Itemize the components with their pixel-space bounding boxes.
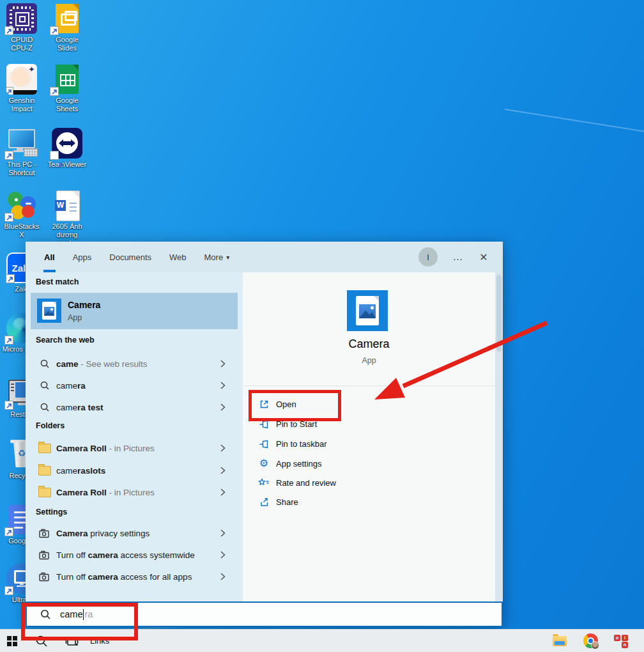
folder-icon <box>38 444 51 453</box>
action-rate-and-review[interactable]: Rate and review <box>243 473 495 492</box>
shortcut-arrow-icon <box>6 87 13 95</box>
system-tray: uin <box>553 633 644 648</box>
chevron-down-icon: ▾ <box>226 254 229 261</box>
tab-documents[interactable]: Documents <box>109 242 152 272</box>
desktop-icon-label: BlueStacks X <box>1 222 42 239</box>
setting-result-row[interactable]: Camera privacy settings <box>26 522 243 544</box>
windows-search-panel: All Apps Documents Web More▾ I … ✕ Best … <box>26 242 503 627</box>
tab-web[interactable]: Web <box>169 242 187 272</box>
gear-icon: ⚙ <box>258 458 270 469</box>
search-icon <box>38 402 51 412</box>
unikey-icon[interactable]: uin <box>613 634 629 648</box>
shortcut-arrow-icon <box>4 151 13 160</box>
word-document-icon: W <box>52 190 82 221</box>
tab-apps[interactable]: Apps <box>72 242 93 272</box>
google-slides-icon <box>52 3 82 34</box>
desktop-icon-label: Google Sheets <box>47 97 88 113</box>
task-view-button[interactable] <box>65 630 79 652</box>
action-pin-to-taskbar[interactable]: Pin to taskbar <box>243 434 495 453</box>
setting-result-row[interactable]: Turn off camera access for all apps <box>26 566 243 587</box>
section-search-the-web: Search the web <box>36 336 95 345</box>
chevron-right-icon[interactable] <box>220 403 226 414</box>
divider <box>243 385 495 386</box>
teamviewer-icon <box>52 128 82 159</box>
user-avatar[interactable]: I <box>418 247 438 267</box>
desktop-icon-label: TeamViewer <box>47 160 88 169</box>
pin-icon <box>258 438 270 449</box>
links-toolbar[interactable]: Links <box>90 630 109 652</box>
search-typed-text: came <box>60 609 82 619</box>
chevron-right-icon[interactable] <box>220 444 226 454</box>
web-suggestion-row[interactable]: came - See web results <box>26 353 243 375</box>
chevron-right-icon[interactable] <box>220 488 226 499</box>
search-panel-header: All Apps Documents Web More▾ I … ✕ <box>26 242 503 272</box>
action-open[interactable]: Open <box>243 394 495 414</box>
shortcut-arrow-icon <box>6 274 15 283</box>
chrome-icon[interactable] <box>583 633 598 648</box>
shortcut-arrow-icon <box>50 26 59 35</box>
folder-result-row[interactable]: Camera Roll - in Pictures <box>26 481 243 503</box>
taskbar-search-button[interactable] <box>35 630 48 652</box>
wallpaper-streak <box>505 109 644 133</box>
best-match-row-camera[interactable]: Camera App <box>31 293 238 329</box>
desktop-icon-label: Google Slides <box>47 36 88 52</box>
desktop-icon-label: Genshin Impact <box>1 97 42 113</box>
action-share[interactable]: Share <box>243 492 495 511</box>
shortcut-arrow-icon <box>50 87 59 96</box>
action-pin-to-start[interactable]: Pin to Start <box>243 414 495 433</box>
search-tabs: All Apps Documents Web More▾ <box>43 242 247 272</box>
search-icon <box>35 635 48 648</box>
camera-app-icon-large <box>347 290 388 331</box>
desktop-icon-google-sheets[interactable]: Google Sheets <box>47 64 88 113</box>
desktop-icon-teamviewer[interactable]: TeamViewer <box>47 128 88 169</box>
desktop-icon-genshin[interactable]: ✦ Genshin Impact <box>1 64 42 113</box>
search-icon <box>40 609 51 620</box>
desktop-icon-label: CPUID CPU-Z <box>1 36 42 52</box>
tab-more[interactable]: More▾ <box>204 242 231 272</box>
action-app-settings[interactable]: ⚙ App settings <box>243 454 495 473</box>
search-icon <box>38 380 51 391</box>
result-detail-pane: Camera App Open Pin to Start Pin to task… <box>243 272 495 602</box>
cpuz-icon <box>6 3 37 34</box>
google-sheets-icon <box>52 64 82 95</box>
shortcut-arrow-icon <box>4 336 13 345</box>
tab-all[interactable]: All <box>43 242 56 272</box>
share-icon <box>258 496 270 508</box>
chevron-right-icon[interactable] <box>220 529 226 539</box>
start-button[interactable] <box>0 630 17 652</box>
folder-result-row[interactable]: Camera Roll - in Pictures <box>26 437 243 459</box>
detail-app-name: Camera <box>243 338 495 351</box>
web-suggestion-row[interactable]: camera test <box>26 396 243 418</box>
setting-result-row[interactable]: Turn off camera access systemwide <box>26 544 243 566</box>
section-settings: Settings <box>36 508 67 516</box>
options-ellipsis-button[interactable]: … <box>448 242 468 272</box>
file-explorer-icon[interactable] <box>553 636 567 646</box>
windows-logo-icon <box>7 636 17 646</box>
search-suggestion-text: ra <box>84 609 93 619</box>
desktop-icon-this-pc[interactable]: This PC - Shortcut <box>1 128 42 177</box>
desktop-icon-cpuz[interactable]: CPUID CPU-Z <box>1 3 42 52</box>
close-button[interactable]: ✕ <box>474 242 493 272</box>
chevron-right-icon[interactable] <box>220 381 226 392</box>
folder-icon <box>38 466 51 476</box>
chevron-right-icon[interactable] <box>220 572 226 583</box>
chevron-right-icon[interactable] <box>220 359 226 370</box>
pin-icon <box>258 418 270 430</box>
camera-app-icon <box>37 299 61 323</box>
web-suggestion-row[interactable]: camera <box>26 375 243 396</box>
chevron-right-icon[interactable] <box>220 550 226 561</box>
genshin-impact-icon: ✦ <box>6 64 37 95</box>
shortcut-arrow-icon <box>50 151 59 160</box>
detail-app-type: App <box>243 356 495 365</box>
scrollbar[interactable] <box>495 272 503 602</box>
folder-result-row[interactable]: cameraslots <box>26 460 243 481</box>
folder-icon <box>38 488 51 497</box>
desktop-icon-word-doc[interactable]: W 2605 Ảnh dương med... <box>47 190 88 247</box>
search-icon <box>38 359 51 369</box>
chevron-right-icon[interactable] <box>220 466 226 477</box>
task-view-icon <box>65 635 79 647</box>
desktop-icon-bluestacks[interactable]: BlueStacks X <box>1 190 42 239</box>
desktop-icon-google-slides[interactable]: Google Slides <box>47 3 88 52</box>
search-input[interactable]: camera <box>26 602 503 627</box>
camera-settings-icon <box>38 529 51 538</box>
